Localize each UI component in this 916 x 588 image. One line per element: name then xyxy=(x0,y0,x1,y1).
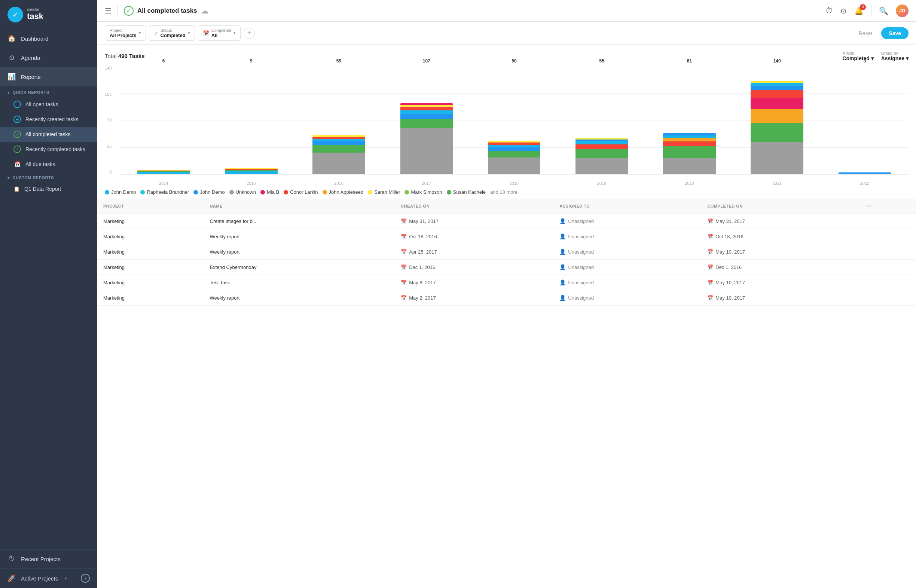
notification-badge: 4 xyxy=(860,4,866,10)
bar-segment xyxy=(488,145,541,147)
check-circle-outline-icon: ✓ xyxy=(13,145,21,153)
sidebar-item-active-projects[interactable]: 🚀 Active Projects ▾ + xyxy=(0,568,97,588)
x-axis-value: Completed ▾ xyxy=(842,55,873,61)
calendar-icon: 📅 xyxy=(401,249,407,255)
reset-button[interactable]: Reset xyxy=(853,27,879,39)
legend-color-dot xyxy=(405,190,409,194)
legend-color-dot xyxy=(229,190,234,194)
calendar-icon: 📅 xyxy=(401,234,407,239)
calendar-icon: 📅 xyxy=(707,295,713,301)
hamburger-menu-button[interactable]: ☰ xyxy=(105,6,112,15)
bar-segment xyxy=(663,146,716,158)
bar-group[interactable]: 107 xyxy=(383,66,470,174)
bar-segment xyxy=(751,86,803,90)
table-row[interactable]: MarketingCreate images for bl...📅May 31,… xyxy=(97,213,916,229)
bar-group[interactable]: 61 xyxy=(646,66,733,174)
table-row[interactable]: MarketingWeekly report📅Oct 18, 2016👤Unas… xyxy=(97,229,916,244)
status-filter[interactable]: ✓ Status Completed ▾ xyxy=(149,26,195,41)
sidebar-item-recently-created[interactable]: + Recently created tasks xyxy=(0,112,97,127)
legend-label: Unknown xyxy=(236,189,256,195)
chart-total: Total 490 Tasks xyxy=(105,53,144,60)
calendar-icon: 📅 xyxy=(707,234,713,239)
bar-group[interactable]: 3 xyxy=(821,66,908,174)
save-button[interactable]: Save xyxy=(881,27,908,39)
project-filter[interactable]: Project All Projects ▾ xyxy=(105,26,146,41)
table-row[interactable]: MarketingWeekly report📅May 2, 2017👤Unass… xyxy=(97,290,916,305)
bar-group[interactable]: 59 xyxy=(295,66,382,174)
sidebar-item-dashboard[interactable]: 🏠 Dashboard xyxy=(0,29,97,48)
search-button[interactable]: 🔍 xyxy=(879,6,888,15)
group-by-control[interactable]: Group by Assignee ▾ xyxy=(881,51,908,61)
bar-group[interactable]: 140 xyxy=(733,66,821,174)
td-name: Extend Cybermonday xyxy=(204,260,395,275)
x-axis-label: 2020 xyxy=(646,181,733,186)
legend-color-dot xyxy=(284,190,288,194)
timer-icon[interactable]: ⏱ xyxy=(825,6,833,15)
cloud-upload-icon[interactable]: ☁ xyxy=(201,6,209,15)
add-filter-button[interactable]: + xyxy=(244,27,255,39)
bar-group[interactable]: 55 xyxy=(558,66,646,174)
chart-controls: X Axis Completed ▾ Group by Assignee ▾ xyxy=(842,51,908,61)
td-name: Weekly report xyxy=(204,244,395,260)
legend-color-dot xyxy=(368,190,372,194)
calendar-icon: 📅 xyxy=(707,280,713,285)
x-axis-label: 2016 xyxy=(295,181,382,186)
legend-item: Mia B xyxy=(261,189,279,195)
add-project-button[interactable]: + xyxy=(81,574,90,583)
bar-segment xyxy=(312,153,365,174)
notifications-button[interactable]: 🔔 4 xyxy=(854,6,864,15)
bar-segment xyxy=(751,123,803,142)
chevron-down-icon: ▾ xyxy=(139,31,141,36)
legend-item: Unknown xyxy=(229,189,256,195)
bar-total-label: 3 xyxy=(864,58,866,64)
sidebar-item-recently-completed[interactable]: ✓ Recently completed tasks xyxy=(0,142,97,157)
user-icon: 👤 xyxy=(559,218,566,224)
calendar-icon: 📅 xyxy=(707,218,713,224)
col-completed-on: COMPLETED ON xyxy=(701,199,860,213)
sidebar-item-all-completed[interactable]: ✓ All completed tasks xyxy=(0,127,97,142)
completed-filter-value: All xyxy=(211,32,218,38)
clock-icon: ⏱ xyxy=(8,555,16,563)
table-row[interactable]: MarketingExtend Cybermonday📅Dec 1, 2016👤… xyxy=(97,260,916,275)
bar-group[interactable]: 50 xyxy=(470,66,558,174)
bar-group[interactable]: 9 xyxy=(207,66,295,174)
main-content: ☰ ✓ All completed tasks ☁ ⏱ ⊙ 🔔 4 🔍 JD P… xyxy=(97,0,916,588)
td-assigned-to: 👤Unassigned xyxy=(553,229,701,244)
sidebar-item-agenda[interactable]: ⊙ Agenda xyxy=(0,48,97,67)
legend-item: Conor Larkin xyxy=(284,189,318,195)
y-label: 0 xyxy=(109,170,112,174)
check-mark-icon[interactable]: ⊙ xyxy=(840,6,847,15)
quick-report-label: All due tasks xyxy=(26,161,55,167)
legend-item: John Demo xyxy=(105,189,136,195)
td-more xyxy=(860,290,916,305)
bar-group[interactable]: 6 xyxy=(120,66,207,174)
sidebar-item-recent-projects[interactable]: ⏱ Recent Projects xyxy=(0,549,97,568)
legend-label: Mia B xyxy=(267,189,279,195)
sidebar-item-q1-data-report[interactable]: 📋 Q1 Data Report xyxy=(0,182,97,195)
table-row[interactable]: MarketingTest Task📅May 8, 2017👤Unassigne… xyxy=(97,275,916,290)
bar-segment xyxy=(838,173,891,174)
col-created-on: CREATED ON xyxy=(395,199,553,213)
td-created-on: 📅May 2, 2017 xyxy=(395,290,553,305)
custom-reports-header: ▾ CUSTOM REPORTS xyxy=(0,172,97,182)
chevron-down-icon: ▾ xyxy=(233,31,236,36)
td-project: Marketing xyxy=(97,260,204,275)
completed-filter[interactable]: 📅 Completed All ▾ xyxy=(198,26,241,41)
bar-segment xyxy=(225,171,278,174)
logo-icon: ✓ xyxy=(8,7,23,23)
y-axis: 140 105 70 35 0 xyxy=(105,66,114,174)
x-axis-control[interactable]: X Axis Completed ▾ xyxy=(842,51,873,61)
bar-segment xyxy=(400,128,453,174)
td-name: Weekly report xyxy=(204,229,395,244)
table-row[interactable]: MarketingWeekly report📅Apr 25, 2017👤Unas… xyxy=(97,244,916,260)
header-actions: ⏱ ⊙ 🔔 4 🔍 JD xyxy=(825,5,908,17)
bar-stack xyxy=(400,103,453,174)
status-filter-content: Status Completed xyxy=(160,28,186,38)
app-logo[interactable]: ✓ meister task xyxy=(0,0,97,29)
sidebar-item-all-open-tasks[interactable]: All open tasks xyxy=(0,97,97,112)
sidebar-item-all-due[interactable]: 📅 All due tasks xyxy=(0,157,97,172)
user-avatar[interactable]: JD xyxy=(896,5,908,17)
col-more[interactable]: ··· xyxy=(860,199,916,213)
sidebar-item-reports[interactable]: 📊 Reports xyxy=(0,67,97,86)
bar-stack xyxy=(138,170,190,174)
